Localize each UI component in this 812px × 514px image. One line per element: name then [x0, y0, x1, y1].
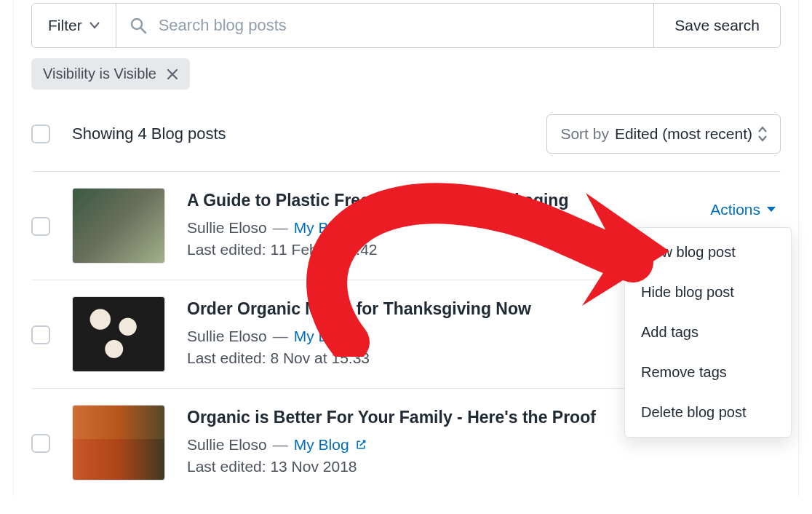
svg-line-1: [140, 28, 146, 33]
post-last-edited: Last edited: 13 Nov 2018: [187, 458, 781, 475]
meta-separator: —: [273, 328, 288, 345]
showing-count: Showing 4 Blog posts: [72, 124, 226, 143]
actions-menu: View blog post Hide blog post Add tags R…: [624, 227, 792, 438]
select-all-checkbox[interactable]: [31, 124, 50, 143]
caret-down-icon: [766, 206, 776, 213]
chip-label: Visibility is Visible: [43, 66, 156, 82]
menu-item-add-tags[interactable]: Add tags: [625, 312, 791, 352]
filter-label: Filter: [48, 17, 82, 34]
post-title[interactable]: A Guide to Plastic Free Compostable Pack…: [187, 191, 781, 210]
search-icon: [130, 17, 147, 34]
sort-button[interactable]: Sort by Edited (most recent): [546, 114, 781, 154]
blog-link-label: My Blog: [294, 219, 349, 237]
blog-link-label: My Blog: [294, 328, 349, 345]
external-link-icon: [355, 331, 367, 342]
blog-link[interactable]: My Blog: [294, 328, 367, 345]
sort-value: Edited (most recent): [615, 125, 752, 143]
close-icon[interactable]: [167, 68, 178, 80]
menu-item-hide[interactable]: Hide blog post: [625, 272, 791, 312]
post-author: Sullie Eloso: [187, 436, 267, 454]
toolbar: Filter Save search: [31, 3, 781, 48]
caret-down-icon: [89, 22, 100, 29]
post-checkbox[interactable]: [31, 434, 50, 453]
post-thumbnail[interactable]: [72, 296, 165, 372]
search-input[interactable]: [157, 15, 641, 36]
external-link-icon: [355, 439, 367, 451]
filter-chip-visibility[interactable]: Visibility is Visible: [31, 58, 190, 90]
meta-separator: —: [273, 219, 288, 237]
menu-item-view[interactable]: View blog post: [625, 232, 791, 272]
blog-link[interactable]: My Blog: [294, 219, 367, 237]
save-search-label: Save search: [674, 17, 760, 34]
filter-chips: Visibility is Visible: [31, 58, 781, 90]
filter-button[interactable]: Filter: [32, 4, 116, 47]
menu-item-delete[interactable]: Delete blog post: [625, 392, 791, 432]
sort-caret-icon: [758, 126, 767, 142]
blog-link[interactable]: My Blog: [294, 436, 367, 454]
actions-button[interactable]: Actions: [710, 201, 776, 218]
meta-separator: —: [273, 436, 288, 454]
post-checkbox[interactable]: [31, 325, 50, 344]
sort-prefix: Sort by: [560, 125, 609, 143]
external-link-icon: [355, 222, 367, 234]
post-thumbnail[interactable]: [72, 405, 165, 481]
post-checkbox[interactable]: [31, 217, 50, 236]
post-author: Sullie Eloso: [187, 219, 267, 237]
post-author: Sullie Eloso: [187, 328, 267, 345]
list-header: Showing 4 Blog posts Sort by Edited (mos…: [31, 108, 781, 171]
post-thumbnail[interactable]: [72, 188, 165, 264]
search-wrap: [116, 4, 654, 47]
post-meta: Sullie Eloso—My Blog: [187, 436, 781, 454]
menu-item-remove-tags[interactable]: Remove tags: [625, 352, 791, 392]
actions-label: Actions: [710, 201, 760, 218]
save-search-button[interactable]: Save search: [653, 4, 780, 47]
blog-link-label: My Blog: [294, 436, 349, 454]
